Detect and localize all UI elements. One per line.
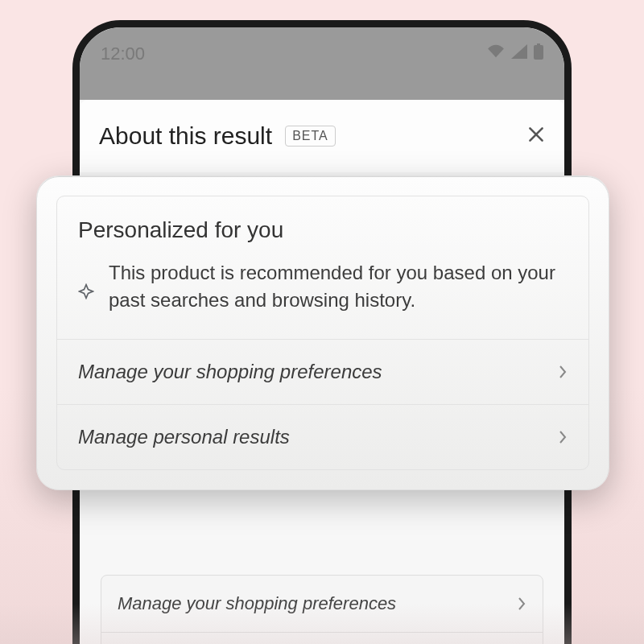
chevron-right-icon (558, 365, 568, 379)
close-button[interactable] (526, 124, 547, 148)
card-description: This product is recommended for you base… (109, 259, 568, 313)
svg-rect-0 (534, 45, 543, 60)
personalization-popup-card: Personalized for you This product is rec… (36, 175, 609, 490)
about-this-result-panel: About this result BETA (80, 100, 564, 172)
panel-title: About this result (99, 122, 272, 150)
background-links-list: Manage your shopping preferences (101, 575, 543, 644)
manage-personal-results-link[interactable]: Manage personal results (57, 404, 588, 469)
card-heading: Personalized for you (78, 217, 568, 243)
background-link-item[interactable]: Manage your shopping preferences (101, 576, 543, 633)
background-link-label: Manage your shopping preferences (118, 593, 396, 614)
chevron-right-icon (517, 597, 526, 611)
personalization-card: Personalized for you This product is rec… (56, 196, 589, 470)
beta-badge: BETA (285, 126, 336, 147)
panel-header: About this result BETA (99, 122, 545, 150)
sparkle-icon (78, 283, 94, 303)
close-icon (526, 124, 547, 145)
chevron-right-icon (558, 430, 568, 444)
status-time: 12:00 (101, 43, 145, 64)
status-icons (487, 43, 543, 60)
wifi-icon (487, 44, 505, 59)
svg-rect-1 (537, 43, 540, 46)
signal-icon (511, 44, 527, 59)
link-label: Manage personal results (78, 426, 290, 448)
manage-shopping-preferences-link[interactable]: Manage your shopping preferences (57, 339, 588, 404)
background-link-item[interactable] (101, 633, 543, 644)
card-top-section: Personalized for you This product is rec… (57, 196, 588, 339)
battery-icon (534, 43, 543, 60)
link-label: Manage your shopping preferences (78, 361, 382, 383)
status-bar: 12:00 (80, 27, 564, 100)
card-body: This product is recommended for you base… (78, 259, 568, 313)
